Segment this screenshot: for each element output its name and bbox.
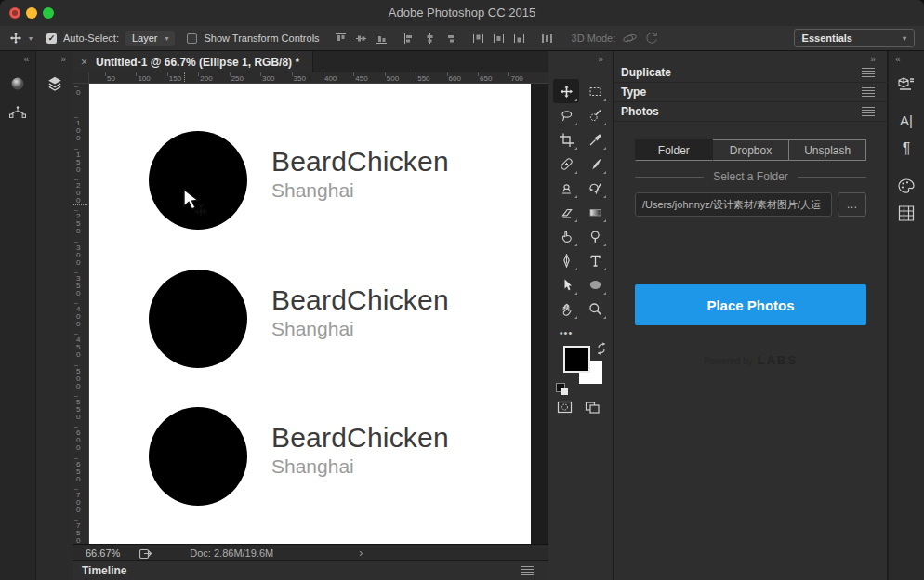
status-bar: 66.67% Doc: 2.86M/19.6M › [73, 544, 548, 560]
3d-orbit-icon[interactable] [622, 31, 638, 46]
3d-material-panel-icon[interactable] [9, 75, 26, 92]
panel-label: Duplicate [621, 66, 671, 79]
panel-header-type[interactable]: Type [614, 82, 888, 102]
gradient-tool[interactable] [582, 200, 608, 224]
tab-unsplash[interactable]: Unsplash [789, 139, 866, 161]
path-selection-tool[interactable] [553, 272, 579, 297]
eyedropper-tool[interactable] [582, 127, 608, 152]
align-top-edges-icon[interactable] [334, 32, 348, 46]
show-transform-checkbox[interactable] [187, 33, 197, 44]
logo-subtitle: Shanghai [271, 178, 449, 203]
brush-tool[interactable] [582, 152, 608, 176]
spot-healing-tool[interactable] [553, 152, 579, 176]
zoom-window-button[interactable] [43, 7, 54, 19]
right-icon-strip: « A| ¶ [889, 51, 924, 580]
zoom-level-field[interactable]: 66.67% [86, 547, 120, 559]
move-tool-options-icon[interactable] [9, 32, 22, 45]
layers-panel-icon[interactable] [46, 75, 63, 92]
logo-row[interactable]: BeardChicken Shanghai [89, 270, 531, 368]
timeline-panel-header[interactable]: Timeline [73, 560, 548, 580]
hand-tool[interactable] [553, 297, 579, 321]
color-swatches [556, 342, 610, 398]
eraser-tool[interactable] [553, 200, 579, 224]
panel-menu-icon[interactable] [862, 107, 875, 116]
place-photos-button[interactable]: Place Photos [635, 284, 866, 325]
ruler-label: 100 [138, 74, 150, 83]
distribute-vertical-centers-icon[interactable] [492, 32, 506, 46]
auto-select-checkbox[interactable]: ✓ [46, 33, 57, 44]
logo-text[interactable]: BeardChicken Shanghai [271, 146, 449, 203]
tool-preset-caret-icon[interactable]: ▾ [29, 34, 33, 43]
screen-mode-button[interactable] [585, 400, 601, 415]
zoom-tool[interactable] [582, 297, 608, 321]
expand-dock-icon[interactable]: » [60, 54, 66, 64]
logo-row[interactable]: BeardChicken Shanghai [89, 131, 531, 230]
timeline-menu-icon[interactable] [521, 566, 534, 575]
document-tab[interactable]: × Untitled-1 @ 66.7% (Ellipse 1, RGB/8) … [73, 51, 313, 72]
tab-folder[interactable]: Folder [635, 139, 713, 161]
panel-header-photos[interactable]: Photos [614, 101, 888, 122]
logo-circle[interactable] [149, 131, 247, 230]
character-panel-icon[interactable]: A| [900, 112, 913, 128]
swatches-palette-icon[interactable] [897, 178, 916, 194]
dodge-tool[interactable] [582, 224, 608, 248]
folder-path-input[interactable]: /Users/johnnyz/设计素材/素材图片/人运 [635, 192, 832, 217]
default-colors-icon[interactable] [556, 383, 569, 396]
align-vertical-centers-icon[interactable] [354, 32, 368, 46]
close-window-button[interactable] [9, 7, 20, 19]
tab-dropbox[interactable]: Dropbox [713, 139, 790, 161]
browse-folder-button[interactable]: … [838, 192, 866, 217]
logo-text[interactable]: BeardChicken Shanghai [271, 284, 449, 341]
grid-panel-icon[interactable] [898, 204, 916, 222]
3d-rotate-icon[interactable] [644, 31, 659, 46]
pen-path-panel-icon[interactable] [8, 105, 27, 122]
align-horizontal-centers-icon[interactable] [423, 32, 437, 46]
panel-header-duplicate[interactable]: Duplicate [614, 62, 888, 83]
type-tool[interactable] [582, 248, 608, 272]
panel-menu-icon[interactable] [862, 87, 875, 97]
swap-colors-icon[interactable] [596, 342, 609, 355]
expand-dock-icon[interactable]: « [895, 54, 901, 64]
distribute-horizontally-icon[interactable] [540, 32, 554, 46]
logo-circle[interactable] [149, 407, 247, 506]
ruler-vertical: 0100150200250300350400450500550600650700… [73, 84, 89, 544]
logo-row[interactable]: BeardChicken Shanghai [89, 407, 531, 506]
watermark-brand: LABS [758, 353, 798, 367]
pen-tool[interactable] [553, 248, 579, 272]
distribute-bottom-edges-icon[interactable] [512, 32, 526, 46]
collapse-tools-icon[interactable]: » [598, 54, 603, 64]
ellipse-shape-tool[interactable] [582, 272, 608, 297]
history-brush-tool[interactable] [582, 176, 608, 200]
logo-circle[interactable] [149, 270, 247, 368]
canvas[interactable]: BeardChicken Shanghai BeardChicken Shang… [89, 84, 531, 544]
move-tool[interactable] [553, 79, 579, 103]
workspace-name: Essentials [802, 33, 852, 44]
status-chevron-icon[interactable]: › [359, 547, 363, 560]
minimize-window-button[interactable] [26, 7, 37, 19]
left-dock-strip-2: » [36, 51, 73, 580]
share-icon[interactable] [139, 547, 152, 560]
document-size-status[interactable]: Doc: 2.86M/19.6M [190, 547, 273, 559]
align-left-edges-icon[interactable] [403, 32, 416, 46]
workspace-switcher[interactable]: Essentials ▾ [794, 29, 915, 47]
3d-extrude-panel-icon[interactable] [897, 75, 916, 94]
distribute-top-edges-icon[interactable] [471, 32, 485, 46]
rectangular-marquee-tool[interactable] [582, 79, 608, 103]
panel-menu-icon[interactable] [862, 68, 875, 77]
clone-stamp-tool[interactable] [553, 176, 579, 200]
ruler-corner [73, 72, 89, 84]
close-tab-icon[interactable]: × [81, 56, 87, 69]
align-right-edges-icon[interactable] [443, 32, 457, 46]
auto-select-dropdown[interactable]: Layer ▾ [125, 31, 176, 46]
foreground-color-swatch[interactable] [563, 346, 590, 373]
logo-text[interactable]: BeardChicken Shanghai [271, 422, 449, 479]
crop-tool[interactable] [553, 127, 579, 152]
quick-mask-button[interactable] [557, 400, 573, 415]
lasso-tool[interactable] [553, 103, 579, 127]
quick-selection-tool[interactable] [582, 103, 608, 127]
smudge-tool[interactable] [553, 224, 579, 248]
align-bottom-edges-icon[interactable] [375, 32, 389, 46]
photos-source-tabs: Folder Dropbox Unsplash [635, 139, 866, 161]
expand-dock-icon[interactable]: « [23, 54, 29, 64]
paragraph-panel-icon[interactable]: ¶ [903, 140, 911, 157]
